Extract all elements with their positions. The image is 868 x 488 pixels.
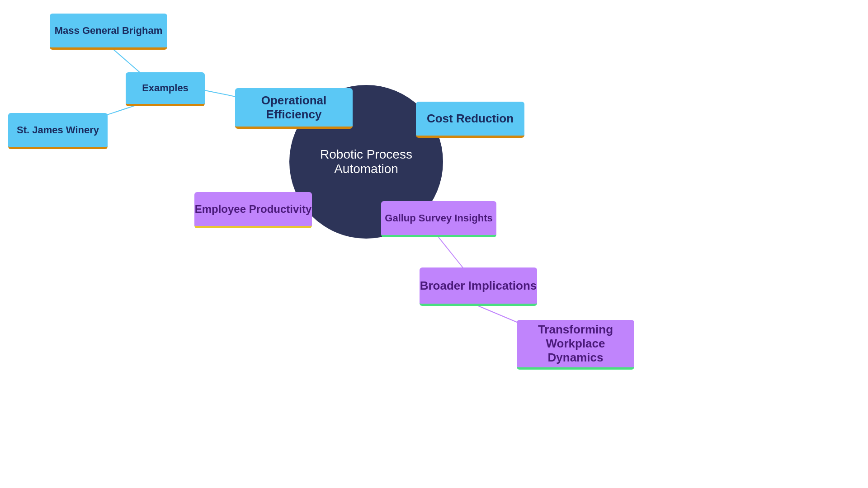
transforming-workplace-label: Transforming Workplace Dynamics	[517, 323, 634, 365]
mass-general-node[interactable]: Mass General Brigham	[50, 14, 167, 50]
examples-node[interactable]: Examples	[126, 72, 205, 106]
mass-general-label: Mass General Brigham	[55, 25, 162, 37]
broader-implications-label: Broader Implications	[420, 279, 537, 293]
center-label: Robotic Process Automation	[289, 147, 443, 176]
examples-label: Examples	[142, 82, 189, 94]
broader-implications-node[interactable]: Broader Implications	[420, 267, 537, 306]
employee-productivity-label: Employee Productivity	[195, 203, 312, 216]
gallup-survey-node[interactable]: Gallup Survey Insights	[381, 201, 496, 237]
operational-efficiency-label: Operational Efficiency	[235, 94, 353, 122]
st-james-node[interactable]: St. James Winery	[8, 113, 108, 149]
cost-reduction-label: Cost Reduction	[427, 112, 514, 126]
cost-reduction-node[interactable]: Cost Reduction	[416, 102, 524, 138]
st-james-label: St. James Winery	[17, 124, 99, 136]
operational-efficiency-node[interactable]: Operational Efficiency	[235, 88, 353, 129]
transforming-workplace-node[interactable]: Transforming Workplace Dynamics	[517, 320, 634, 370]
gallup-survey-label: Gallup Survey Insights	[385, 212, 492, 224]
employee-productivity-node[interactable]: Employee Productivity	[194, 192, 312, 228]
